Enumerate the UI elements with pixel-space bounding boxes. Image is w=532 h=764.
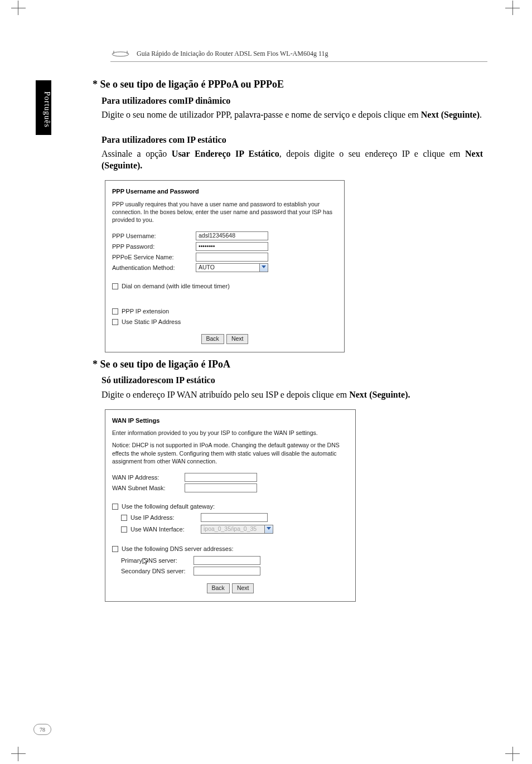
crop-mark-tl — [11, 8, 26, 23]
input-service-name[interactable] — [196, 253, 268, 262]
select-wan-interface[interactable]: ipoa_0_35/ipa_0_35 — [201, 525, 273, 534]
checkbox-icon — [112, 504, 118, 510]
label-service-name: PPPoE Service Name: — [112, 253, 196, 262]
chk-static-ip[interactable]: Use Static IP Address — [112, 318, 337, 326]
screenshot-wan: WAN IP Settings Enter information provid… — [105, 409, 356, 602]
shot2-title: WAN IP Settings — [112, 417, 349, 425]
label-secondary-dns: Secondary DNS server: — [121, 567, 194, 576]
header-title: Guia Rápido de Iniciação do Router ADSL … — [137, 50, 328, 57]
input-primary-dns[interactable] — [194, 556, 260, 565]
chk-default-gateway[interactable]: Use the following default gateway: — [112, 502, 349, 511]
chk-dns-addresses[interactable]: Use the following DNS server addresses: — [112, 545, 349, 553]
crop-mark-tr — [505, 8, 520, 23]
shot1-buttons: Back Next — [112, 334, 337, 344]
row-wan-ip: WAN IP Address: — [112, 473, 349, 482]
main-content: * Se o seu tipo de ligação é PPPoA ou PP… — [93, 78, 483, 607]
shot2-note2: Notice: DHCP is not supported in IPoA mo… — [112, 441, 349, 465]
section1-para2: Assinale a opção Usar Endereço IP Estáti… — [93, 148, 483, 171]
label-auth-method: Authentication Method: — [112, 264, 196, 272]
back-button[interactable]: Back — [207, 583, 230, 593]
section1-para1: Digite o seu nome de utilizador PPP, pal… — [93, 109, 483, 120]
chk-use-ip-address[interactable]: Use IP Address: — [121, 513, 349, 522]
section1-sub2: Para utilizadores com IP estático — [93, 134, 483, 146]
input-secondary-dns[interactable] — [194, 567, 260, 576]
shot2-note1: Enter information provided to you by you… — [112, 429, 349, 437]
label-primary-dns: Primary DNS server: — [121, 557, 194, 565]
select-auth-method[interactable]: AUTO — [196, 263, 268, 272]
next-button[interactable]: Next — [232, 583, 254, 593]
shot2-buttons: Back Next — [112, 583, 349, 593]
chk-ppp-ip-extension[interactable]: PPP IP extension — [112, 307, 337, 316]
input-gw-ip[interactable] — [201, 513, 268, 522]
cursor-icon — [142, 558, 149, 568]
section2-para1: Digite o endereço IP WAN atribuído pelo … — [93, 389, 483, 400]
next-button[interactable]: Next — [226, 334, 249, 344]
chevron-down-icon — [262, 265, 266, 268]
chevron-down-icon — [267, 527, 271, 530]
checkbox-icon — [121, 526, 127, 533]
input-ppp-password[interactable]: •••••••• — [196, 242, 268, 251]
checkbox-icon — [112, 319, 118, 325]
row-primary-dns: Primary DNS server: — [121, 556, 349, 565]
crop-mark-bl — [11, 739, 26, 754]
input-wan-ip[interactable] — [185, 473, 257, 482]
screenshot-ppp: PPP Username and Password PPP usually re… — [105, 180, 345, 352]
back-button[interactable]: Back — [201, 334, 224, 344]
page-header: Guia Rápido de Iniciação do Router ADSL … — [110, 49, 487, 62]
checkbox-icon — [112, 283, 118, 289]
row-auth-method: Authentication Method: AUTO — [112, 263, 337, 272]
label-wan-ip: WAN IP Address: — [112, 473, 185, 482]
section1-sub1: Para utilizadores comIP dinâmico — [93, 95, 483, 107]
section2-sub1: Só utilizadorescom IP estático — [93, 374, 483, 386]
router-icon — [110, 49, 130, 59]
row-ppp-username: PPP Username: adsl12345648 — [112, 231, 337, 240]
input-wan-mask[interactable] — [185, 483, 257, 492]
shot1-title: PPP Username and Password — [112, 187, 337, 196]
crop-mark-br — [505, 739, 520, 754]
label-ppp-password: PPP Password: — [112, 243, 196, 251]
checkbox-icon — [121, 515, 127, 521]
language-tab: Português — [36, 80, 51, 135]
checkbox-icon — [112, 308, 118, 315]
section2-heading: * Se o seu tipo de ligação é IPoA — [93, 358, 483, 371]
svg-point-0 — [112, 52, 129, 56]
chk-use-wan-interface[interactable]: Use WAN Interface: ipoa_0_35/ipa_0_35 — [121, 525, 349, 534]
page-number: 78 — [33, 724, 51, 735]
row-secondary-dns: Secondary DNS server: — [121, 567, 349, 576]
label-wan-mask: WAN Subnet Mask: — [112, 484, 185, 492]
checkbox-icon — [112, 546, 118, 552]
input-ppp-username[interactable]: adsl12345648 — [196, 231, 268, 240]
section1-heading: * Se o seu tipo de ligação é PPPoA ou PP… — [93, 78, 483, 91]
row-service-name: PPPoE Service Name: — [112, 253, 337, 262]
row-wan-mask: WAN Subnet Mask: — [112, 483, 349, 492]
shot1-note: PPP usually requires that you have a use… — [112, 200, 337, 224]
chk-dial-on-demand[interactable]: Dial on demand (with idle timeout timer) — [112, 282, 337, 291]
label-ppp-username: PPP Username: — [112, 232, 196, 240]
row-ppp-password: PPP Password: •••••••• — [112, 242, 337, 251]
